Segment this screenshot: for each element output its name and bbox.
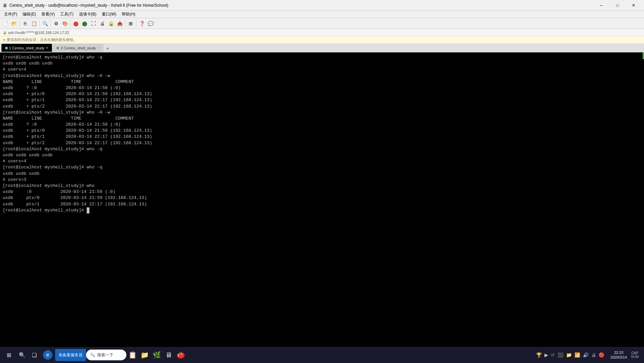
tab-1-indicator — [5, 47, 8, 49]
tray-volume[interactable]: 🔊 — [582, 352, 589, 358]
clock-time: 22:23 — [610, 350, 627, 355]
title-bar: 🖥 Centos_shell_study - uxdb@localhost:~/… — [0, 0, 644, 11]
tab-bar: 1 Centos_shell_study ✕ 2 Centos_shell_st… — [0, 44, 644, 52]
taskbar-browser1[interactable]: 🌿 — [151, 349, 163, 361]
tray-red[interactable]: 🔴 — [598, 352, 605, 358]
info-bar: ➤ 要添加到当前会话，点击左侧的箭头按钮。 — [0, 36, 644, 44]
clock-date: 2020/3/14 — [610, 355, 627, 360]
show-desktop-button[interactable] — [640, 347, 643, 363]
search-icon: 🔍 — [90, 353, 95, 357]
session-bar: 🔒 ssh://uxdb:******@192.168.124.17:22 — [0, 29, 644, 36]
term-line-4: [root@localhost myshell_study]# who -H -… — [3, 73, 641, 79]
term-line-11: NAME LINE TIME COMMENT — [3, 116, 641, 122]
copy-button[interactable]: ⎘ — [21, 19, 29, 28]
paste-button[interactable]: 📋 — [30, 19, 38, 28]
term-line-3: # users=4 — [3, 67, 641, 73]
settings-button[interactable]: ⚙ — [52, 19, 60, 28]
term-line-26: [root@localhost myshell_study]# — [3, 207, 641, 213]
session-address: ssh://uxdb:******@192.168.124.17:22 — [8, 31, 69, 35]
menu-file[interactable]: 文件(F) — [1, 11, 20, 18]
tab-2-label: 2 Centos_shell_study — [61, 46, 96, 50]
menu-view[interactable]: 查看(V) — [39, 11, 57, 18]
taskbar-clipboard[interactable]: 📋 — [126, 349, 138, 361]
term-line-6: uxdb ? :0 2020-03-14 21:58 (:0) — [3, 85, 641, 91]
toolbar-sep-4 — [70, 20, 71, 27]
tray-print[interactable]: 🖨 — [591, 352, 597, 358]
menu-window[interactable]: 窗口(W) — [99, 11, 119, 18]
tab-1-label: 1 Centos_shell_study — [9, 46, 44, 50]
menu-tabs[interactable]: 选项卡(B) — [76, 11, 99, 18]
new-session-button[interactable]: 📄 — [1, 19, 9, 28]
taskbar-clock[interactable]: 22:23 2020/3/14 — [608, 350, 630, 360]
tab-1[interactable]: 1 Centos_shell_study ✕ — [1, 44, 52, 52]
record-button[interactable]: ⬤ — [81, 19, 89, 28]
lock-button[interactable]: 🔒 — [107, 19, 115, 28]
term-line-18: # users=4 — [3, 158, 641, 164]
cap-indicator: CAP — [631, 351, 638, 355]
term-line-17: uxdb uxdb uxdb uxdb — [3, 152, 641, 158]
tab-2-close[interactable]: ✕ — [97, 46, 100, 50]
terminal[interactable]: [root@localhost myshell_study]# who -q u… — [0, 52, 644, 215]
start-button[interactable]: ⊞ — [1, 348, 16, 362]
open-button[interactable]: 📂 — [10, 19, 18, 28]
search-box[interactable]: 🔍 搜索一下 — [86, 350, 126, 360]
tab-2-indicator — [56, 47, 59, 49]
menu-tools[interactable]: 工具(T) — [57, 11, 76, 18]
add-tab-button[interactable]: + — [104, 45, 111, 52]
term-line-1: [root@localhost myshell_study]# who -q — [3, 54, 641, 61]
ie-icon: e — [43, 350, 52, 360]
menu-edit[interactable]: 编辑(E) — [20, 11, 39, 18]
tray-icon-update[interactable]: ⟳ — [550, 352, 556, 358]
taskbar-xshell[interactable]: 🖥 — [163, 349, 175, 361]
taskbar-search-button[interactable]: 🔍 — [16, 349, 28, 361]
themes-button[interactable]: 🎨 — [61, 19, 69, 28]
tab-2[interactable]: 2 Centos_shell_study ✕ — [53, 44, 104, 52]
upload-button[interactable]: 📤 — [116, 19, 124, 28]
term-line-25: uxdb pts/1 2020-03-14 22:17 (192.168.124… — [3, 201, 641, 207]
task-view-button[interactable]: ❑ — [28, 349, 40, 361]
term-line-15: uxdb + pts/2 2020-03-14 22:17 (192.168.1… — [3, 140, 641, 146]
tab-1-close[interactable]: ✕ — [46, 46, 48, 50]
tray-icon-1[interactable]: 🏆 — [535, 352, 542, 358]
tray-wifi[interactable]: 📶 — [574, 352, 581, 358]
term-line-20: uxdb uxdb uxdb — [3, 171, 641, 177]
term-line-16: [root@localhost myshell_study]# who -q — [3, 146, 641, 152]
maximize-button[interactable]: □ — [610, 0, 625, 11]
connect-button[interactable]: ⬤ — [72, 19, 80, 28]
help-button[interactable]: ❓ — [138, 19, 146, 28]
tray-icon-folder[interactable]: 📁 — [565, 352, 572, 358]
window-controls: ─ □ ✕ — [594, 0, 641, 11]
term-line-24: uxdb pts/0 2020-03-14 21:59 (192.168.124… — [3, 195, 641, 201]
taskbar-files[interactable]: 📁 — [138, 349, 151, 361]
term-line-13: uxdb + pts/0 2020-03-14 21:59 (192.168.1… — [3, 128, 641, 134]
system-tray: 🏆 ▶ ⟳ ⬛ 📁 📶 🔊 🖨 🔴 — [533, 352, 608, 358]
menu-bar: 文件(F) 编辑(E) 查看(V) 工具(T) 选项卡(B) 窗口(W) 帮助(… — [0, 11, 644, 18]
taskbar-ie-app[interactable]: e — [40, 348, 55, 362]
grid-button[interactable]: ⊞ — [127, 19, 135, 28]
minimize-button[interactable]: ─ — [594, 0, 609, 11]
term-line-21: # users=3 — [3, 177, 641, 183]
print-button[interactable]: 🖨 — [98, 19, 106, 28]
taskbar-app-red[interactable]: 🍅 — [175, 349, 187, 361]
fullscreen-button[interactable]: ⛶ — [89, 19, 97, 28]
term-line-23: uxdb :0 2020-03-14 21:58 (:0) — [3, 189, 641, 195]
toolbar: 📄 📂 ⎘ 📋 🔍 ⚙ 🎨 ⬤ ⬤ ⛶ 🖨 🔒 📤 ⊞ ❓ 💬 — [0, 18, 644, 29]
arrow-icon: ➤ — [3, 38, 5, 42]
app-icon: 🖥 — [3, 3, 7, 8]
chat-button[interactable]: 💬 — [147, 19, 155, 28]
term-line-5: NAME LINE TIME COMMENT — [3, 79, 641, 85]
info-text: 要添加到当前会话，点击左侧的箭头按钮。 — [7, 37, 77, 42]
menu-help[interactable]: 帮助(H) — [119, 11, 138, 18]
term-line-19: [root@localhost myshell_study]# who -q — [3, 164, 641, 170]
free-server-button[interactable]: 免备案服务器 — [55, 349, 86, 361]
toolbar-sep-2 — [39, 20, 40, 27]
toolbar-sep-6 — [136, 20, 136, 27]
tray-icon-3[interactable]: ⬛ — [557, 352, 564, 358]
term-line-9: uxdb + pts/2 2020-03-14 22:17 (192.168.1… — [3, 104, 641, 110]
scroll-indicator — [643, 52, 644, 59]
find-button[interactable]: 🔍 — [41, 19, 49, 28]
taskbar: ⊞ 🔍 ❑ e 免备案服务器 🔍 搜索一下 📋 📁 🌿 🖥 🍅 🏆 ▶ ⟳ ⬛ … — [0, 347, 644, 363]
cap-num-indicator: CAP NUM — [630, 351, 640, 359]
tray-icon-play[interactable]: ▶ — [544, 352, 549, 358]
close-button[interactable]: ✕ — [626, 0, 641, 11]
